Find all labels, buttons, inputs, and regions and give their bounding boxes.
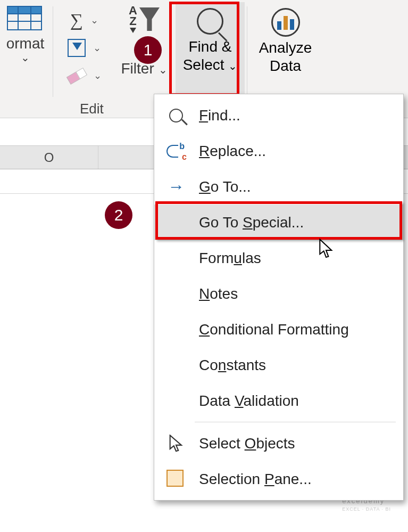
chevron-down-icon: ⌄: [90, 42, 101, 54]
sigma-icon: ∑: [70, 10, 82, 30]
clear-button[interactable]: ⌄: [67, 62, 102, 89]
menu-divider: [195, 422, 396, 422]
fill-icon: [68, 39, 86, 57]
menu-item-selection-pane[interactable]: Selection Pane...: [154, 461, 403, 497]
pane-icon: [164, 472, 188, 487]
analyze-label: Analyze Data: [259, 39, 312, 75]
menu-item-notes[interactable]: Notes: [154, 276, 403, 312]
separator: [53, 6, 53, 97]
menu-item-data-validation[interactable]: Data Validation: [154, 383, 403, 419]
analyze-icon: [271, 8, 300, 37]
eraser-icon: [64, 65, 88, 87]
find-select-menu: Find... bc Replace... → Go To... Go To S…: [154, 94, 404, 501]
menu-item-replace[interactable]: bc Replace...: [154, 133, 403, 169]
ribbon-group-label: Edit: [80, 101, 104, 117]
column-header-p[interactable]: [98, 146, 156, 169]
menu-item-select-objects[interactable]: Select Objects: [154, 425, 403, 461]
column-header-o[interactable]: O: [0, 146, 98, 169]
menu-item-formulas[interactable]: Formulas: [154, 240, 403, 276]
cursor-icon: [164, 435, 188, 453]
fill-button[interactable]: ⌄: [68, 34, 101, 62]
format-label: ormat: [6, 35, 45, 52]
format-icon: [7, 6, 44, 30]
menu-item-find[interactable]: Find...: [154, 97, 403, 133]
cursor-icon: [318, 239, 334, 261]
search-icon: [164, 109, 188, 122]
annotation-highlight-1: [169, 2, 239, 96]
separator: [247, 6, 247, 97]
menu-item-conditional-formatting[interactable]: Conditional Formatting: [154, 312, 403, 347]
callout-2: 2: [105, 201, 132, 229]
arrow-right-icon: →: [164, 177, 188, 197]
menu-item-goto[interactable]: → Go To...: [154, 169, 403, 204]
chevron-down-icon: ⌄: [87, 14, 98, 26]
menu-item-constants[interactable]: Constants: [154, 347, 403, 383]
annotation-highlight-2: [155, 201, 402, 240]
callout-1: 1: [134, 36, 162, 64]
chevron-down-icon: ⌄: [90, 70, 102, 81]
format-button[interactable]: ormat ⌄: [0, 2, 51, 118]
chevron-down-icon: ⌄: [21, 51, 30, 64]
autosum-button[interactable]: ∑ ⌄: [70, 6, 98, 34]
replace-icon: bc: [164, 143, 188, 160]
